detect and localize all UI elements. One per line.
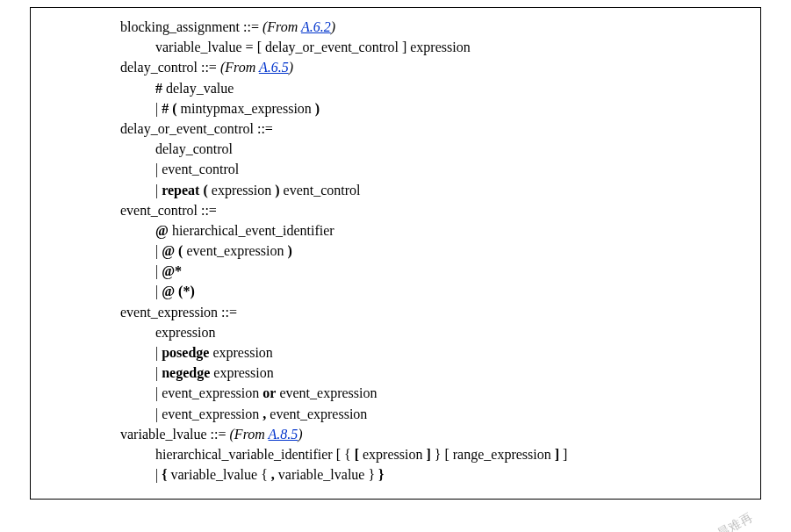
rule-body: @ hierarchical_event_identifier xyxy=(155,220,750,241)
watermark: CSDN @日晨难再 xyxy=(658,509,756,532)
rule-body: | event_expression or event_expression xyxy=(155,383,750,403)
rule-event-control: event_control ::= xyxy=(120,200,750,220)
link-a85[interactable]: A.8.5 xyxy=(269,427,298,442)
from-note: (From A.8.5) xyxy=(230,427,303,442)
link-a62[interactable]: A.6.2 xyxy=(301,19,331,34)
rule-event-expression: event_expression ::= xyxy=(120,302,750,322)
rule-variable-lvalue: variable_lvalue ::= (From A.8.5) xyxy=(120,424,750,444)
rule-body: delay_control xyxy=(155,139,750,159)
rule-head: blocking_assignment ::= xyxy=(120,19,262,34)
rule-body: | @ (*) xyxy=(155,281,750,301)
rule-body: variable_lvalue = [ delay_or_event_contr… xyxy=(155,37,750,57)
rule-head: delay_control ::= xyxy=(120,60,220,75)
rule-head: variable_lvalue ::= xyxy=(120,427,230,442)
rule-body: expression xyxy=(155,322,750,342)
rule-body: # delay_value xyxy=(155,78,750,98)
rule-delay-control: delay_control ::= (From A.6.5) xyxy=(120,57,750,77)
rule-body: | { variable_lvalue { , variable_lvalue … xyxy=(155,464,750,485)
rule-delay-or-event-control: delay_or_event_control ::= xyxy=(120,119,750,139)
from-note: (From A.6.2) xyxy=(262,19,335,34)
rule-blocking-assignment: blocking_assignment ::= (From A.6.2) xyxy=(120,17,750,37)
rule-body: | @* xyxy=(155,261,750,281)
rule-body: | posedge expression xyxy=(155,342,750,363)
rule-body: hierarchical_variable_identifier [ { [ e… xyxy=(155,444,750,464)
link-a65[interactable]: A.6.5 xyxy=(259,60,289,75)
syntax-box: blocking_assignment ::= (From A.6.2) var… xyxy=(30,7,761,500)
rule-body: | event_control xyxy=(155,159,750,179)
rule-body: | negedge expression xyxy=(155,363,750,383)
from-note: (From A.6.5) xyxy=(220,60,293,75)
rule-body: | event_expression , event_expression xyxy=(155,404,750,424)
rule-body: | @ ( event_expression ) xyxy=(155,241,750,261)
rule-body: | repeat ( expression ) event_control xyxy=(155,180,750,200)
rule-body: | # ( mintypmax_expression ) xyxy=(155,98,750,119)
